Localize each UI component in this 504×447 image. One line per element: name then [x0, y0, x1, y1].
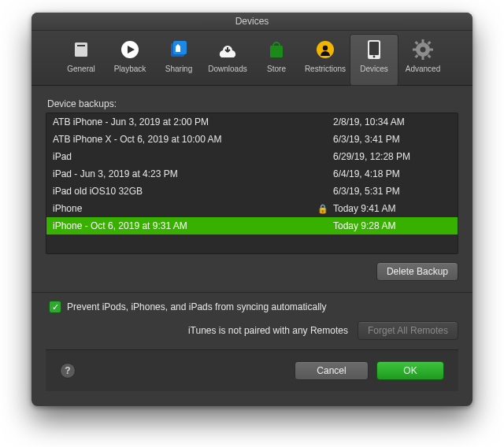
svg-rect-1: [77, 45, 85, 46]
footer: ? Cancel OK: [46, 349, 458, 391]
tab-label: Advanced: [406, 65, 440, 73]
svg-rect-14: [422, 39, 424, 43]
svg-rect-17: [429, 49, 433, 51]
tab-label: Sharing: [165, 65, 192, 73]
svg-point-13: [421, 47, 426, 53]
backup-date: 2/8/19, 10:34 AM: [328, 116, 451, 127]
backup-name: iPad old iOS10 32GB: [53, 186, 317, 197]
tab-sharing[interactable]: Sharing: [154, 34, 203, 86]
gear-icon: [412, 39, 434, 61]
svg-rect-18: [415, 41, 419, 45]
delete-backup-button[interactable]: Delete Backup: [376, 262, 458, 281]
remotes-status-label: iTunes is not paired with any Remotes: [188, 325, 348, 336]
tab-label: Devices: [360, 65, 388, 73]
restrictions-icon: [314, 39, 336, 61]
svg-rect-15: [422, 56, 424, 60]
table-row[interactable]: iPad old iOS10 32GB6/3/19, 5:31 PM: [46, 183, 458, 200]
table-row[interactable]: iPhone - Oct 6, 2019 at 9:31 AMToday 9:2…: [46, 217, 458, 235]
backup-date: Today 9:41 AM: [328, 203, 451, 214]
backup-name: iPad - Jun 3, 2019 at 4:23 PM: [53, 168, 317, 179]
backup-date: 6/4/19, 4:18 PM: [328, 168, 451, 179]
svg-rect-21: [428, 54, 432, 58]
preferences-window: Devices General Playback Sharing Downloa…: [32, 13, 472, 406]
tab-downloads[interactable]: Downloads: [203, 34, 252, 86]
tab-label: Store: [267, 65, 286, 73]
tab-label: General: [67, 65, 95, 73]
prevent-sync-label: Prevent iPods, iPhones, and iPads from s…: [67, 301, 327, 312]
svg-point-8: [323, 46, 328, 50]
checkbox-checked-icon[interactable]: ✓: [49, 301, 61, 313]
window-title: Devices: [32, 13, 472, 31]
tab-advanced[interactable]: Advanced: [398, 34, 447, 86]
lock-icon: 🔒: [317, 204, 328, 214]
ok-button[interactable]: OK: [376, 361, 444, 380]
store-icon: [265, 39, 287, 61]
tab-store[interactable]: Store: [252, 34, 301, 86]
svg-rect-19: [428, 41, 432, 45]
svg-rect-0: [75, 42, 87, 57]
sharing-icon: [168, 39, 190, 61]
tab-label: Restrictions: [305, 65, 346, 73]
tab-devices[interactable]: Devices: [350, 34, 398, 86]
table-row[interactable]: iPhone🔒Today 9:41 AM: [46, 200, 458, 217]
table-row[interactable]: iPad - Jun 3, 2019 at 4:23 PM6/4/19, 4:1…: [46, 165, 458, 183]
help-button[interactable]: ?: [60, 363, 76, 379]
backup-name: iPad: [53, 151, 317, 162]
toolbar: General Playback Sharing Downloads Store: [32, 31, 472, 86]
forget-remotes-button: Forget All Remotes: [358, 321, 458, 340]
backup-name: ATB iPhone - Jun 3, 2019 at 2:00 PM: [53, 116, 317, 127]
tab-label: Playback: [114, 65, 146, 73]
prevent-sync-row[interactable]: ✓ Prevent iPods, iPhones, and iPads from…: [49, 301, 458, 313]
svg-rect-16: [413, 49, 417, 51]
backup-date: 6/3/19, 3:41 PM: [328, 134, 451, 145]
playback-icon: [119, 39, 141, 61]
svg-rect-20: [415, 54, 419, 58]
table-row[interactable]: ATB iPhone - Jun 3, 2019 at 2:00 PM2/8/1…: [46, 113, 458, 131]
table-row[interactable]: iPad6/29/19, 12:28 PM: [46, 148, 458, 165]
backup-date: Today 9:28 AM: [328, 220, 451, 231]
svg-point-11: [373, 56, 376, 58]
divider: [32, 292, 472, 293]
backups-list[interactable]: ATB iPhone - Jun 3, 2019 at 2:00 PM2/8/1…: [46, 113, 458, 254]
downloads-icon: [217, 39, 239, 61]
general-icon: [70, 39, 92, 61]
backup-name: iPhone: [53, 203, 317, 214]
backup-name: iPhone - Oct 6, 2019 at 9:31 AM: [53, 220, 317, 231]
backup-date: 6/3/19, 5:31 PM: [328, 186, 451, 197]
pane-body: Device backups: ATB iPhone - Jun 3, 2019…: [32, 86, 472, 406]
cancel-button[interactable]: Cancel: [295, 361, 369, 380]
tab-restrictions[interactable]: Restrictions: [301, 34, 350, 86]
tab-general[interactable]: General: [57, 34, 106, 86]
backups-label: Device backups:: [47, 98, 458, 109]
svg-rect-10: [369, 42, 379, 55]
svg-rect-6: [270, 46, 283, 57]
table-row[interactable]: ATB iPhone X - Oct 6, 2019 at 10:00 AM6/…: [46, 131, 458, 148]
tab-label: Downloads: [208, 65, 246, 73]
backup-name: ATB iPhone X - Oct 6, 2019 at 10:00 AM: [53, 134, 317, 145]
backup-date: 6/29/19, 12:28 PM: [328, 151, 451, 162]
devices-icon: [363, 39, 385, 61]
tab-playback[interactable]: Playback: [106, 34, 154, 86]
